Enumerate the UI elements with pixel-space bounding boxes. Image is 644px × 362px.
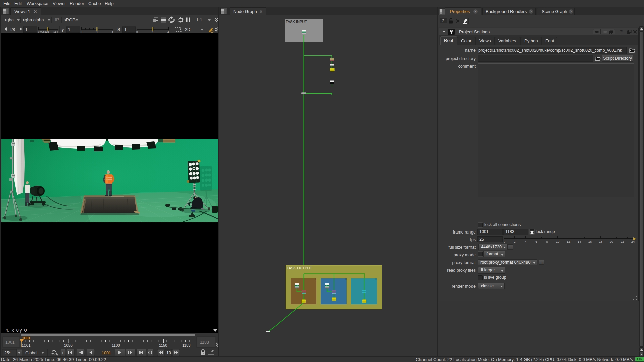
svg-text:1183: 1183 [182,343,191,347]
svg-text:10: 10 [556,240,560,243]
svg-text:I: I [62,350,63,355]
svg-text:25*: 25* [4,351,11,355]
svg-text:12: 12 [567,240,571,243]
svg-text:4: 4 [525,240,526,243]
svg-text:1183: 1183 [200,340,209,345]
svg-text:10: 10 [166,351,171,355]
svg-text:2: 2 [514,240,515,243]
svg-text:18: 18 [599,240,603,243]
svg-text:1: 1 [68,27,70,32]
svg-text:22: 22 [621,240,624,243]
svg-text:f/8: f/8 [10,27,15,32]
svg-text:1: 1 [25,27,28,32]
svg-text:S: S [117,27,120,32]
svg-text:20: 20 [610,240,613,243]
svg-text:1: 1 [124,27,127,32]
svg-text:24: 24 [631,240,635,243]
svg-text:y: y [62,27,64,32]
svg-text:1150: 1150 [159,343,167,347]
svg-text:6: 6 [535,240,537,243]
svg-text:1100: 1100 [112,343,120,347]
svg-text:1001: 1001 [5,340,15,345]
svg-text:16: 16 [588,240,592,243]
svg-text:1001: 1001 [102,351,111,355]
svg-text:8: 8 [546,240,548,243]
svg-text:0: 0 [504,240,505,243]
svg-text:!: ! [211,30,212,33]
svg-text:TASK OUTPUT: TASK OUTPUT [287,266,312,270]
svg-text:Global: Global [25,351,37,355]
svg-text:TASK INPUT: TASK INPUT [286,20,307,24]
svg-text:1001: 1001 [22,343,31,347]
svg-text:14: 14 [578,240,581,243]
svg-text:2D: 2D [185,27,190,32]
svg-text:1:1: 1:1 [196,17,202,22]
svg-text:1050: 1050 [64,343,73,347]
